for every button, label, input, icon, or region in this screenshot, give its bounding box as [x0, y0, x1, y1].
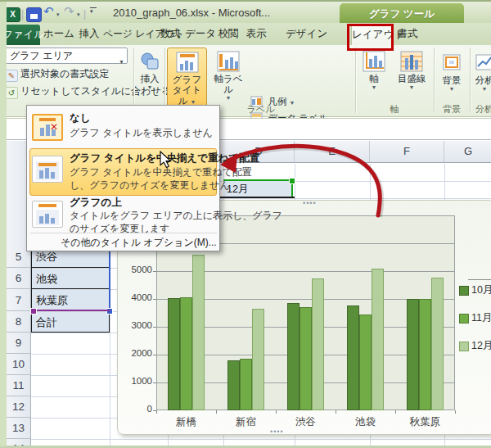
row-header-12[interactable]: 12 [7, 396, 30, 418]
menu-item-above-chart[interactable]: グラフの上 [70, 196, 122, 210]
group-separator [355, 48, 356, 113]
row-header-9[interactable]: 9 [7, 333, 30, 354]
format-selection-icon: ✎ [5, 70, 18, 82]
series-range-handle[interactable] [289, 178, 295, 184]
bar-渋谷-12月[interactable] [312, 278, 324, 410]
column-header-G[interactable]: G [444, 141, 491, 162]
group-separator [434, 48, 435, 113]
tab-view[interactable]: 表示 [242, 24, 270, 44]
group-separator [164, 48, 165, 113]
menu-item-above-chart-desc1: タイトルをグラフ エリアの上に表示し、グラフ [70, 209, 282, 223]
row-header-7[interactable]: 7 [7, 289, 30, 311]
menu-centered-overlay-icon [32, 156, 63, 183]
y-axis-tick [153, 327, 156, 328]
undo-dropdown-icon[interactable]: ▾ [56, 11, 60, 18]
group-separator [133, 48, 134, 113]
chevron-down-icon: ▼ [472, 86, 491, 92]
bar-新橋-11月[interactable] [180, 297, 192, 410]
chart-element-selector[interactable]: グラフ エリア ▼ [5, 48, 128, 64]
tab-design[interactable]: デザイン [286, 24, 327, 44]
gridlines-label: 目盛線 [392, 74, 431, 84]
chart-resize-handle-bottom[interactable]: •••• [270, 430, 284, 433]
x-axis-tick [216, 410, 217, 414]
qat-customize-icon[interactable]: ▾ [90, 7, 97, 15]
bar-新橋-12月[interactable] [192, 255, 205, 410]
cell-a6[interactable]: 池袋 [32, 269, 109, 289]
bar-秋葉原-11月[interactable] [419, 299, 431, 410]
tab-data[interactable]: データ [185, 24, 214, 44]
y-axis-label: 3000 [119, 320, 152, 333]
tab-review[interactable]: 校閲 [214, 24, 242, 44]
column-header-E[interactable]: E [295, 141, 370, 162]
chart-title-label-line1: グラフ [168, 75, 206, 85]
insert-button-label: 挿入 [135, 74, 164, 84]
undo-icon[interactable]: ↶ [43, 4, 54, 19]
x-axis-tick [156, 410, 157, 414]
bar-新宿-10月[interactable] [227, 360, 240, 410]
menu-item-none[interactable]: なし [70, 111, 91, 125]
bar-池袋-12月[interactable] [372, 269, 384, 410]
y-axis-tick [153, 355, 156, 355]
table-border-row [31, 288, 110, 289]
bar-渋谷-11月[interactable] [300, 307, 312, 410]
axes-icon [363, 51, 385, 74]
legend-label-11月[interactable]: 11月 [471, 311, 491, 324]
bar-新橋-10月[interactable] [168, 298, 180, 410]
chart-resize-handle-top[interactable]: •••• [303, 201, 317, 205]
bar-秋葉原-12月[interactable] [431, 278, 444, 410]
analysis-icon [475, 54, 491, 72]
tab-file[interactable]: ファイル [2, 25, 40, 45]
save-icon[interactable] [26, 7, 42, 22]
axis-labels-label: 軸ラベル [209, 74, 247, 95]
format-selection-button[interactable]: ✎選択対象の書式設定 [5, 67, 109, 82]
menu-separator [30, 233, 217, 233]
chevron-down-icon: ▼ [392, 84, 431, 90]
title-bar: X | ↶ ▾ ↷ ▾ | ▾ 2010_graph_06.xlsx - Mic… [0, 2, 491, 23]
cell-d2[interactable]: 12月 [223, 181, 293, 197]
legend-label-12月[interactable]: 12月 [471, 339, 491, 352]
menu-item-more-title-options[interactable]: その他のタイトル オプション(M)... [27, 235, 221, 251]
row-header-13[interactable]: 13 [7, 418, 30, 439]
bar-新宿-11月[interactable] [240, 359, 252, 410]
legend-label-10月[interactable]: 10月 [471, 283, 491, 296]
x-axis-label-秋葉原: 秋葉原 [399, 415, 453, 428]
menu-item-above-chart-desc2: のサイズを変更します [70, 222, 169, 236]
category-range-handle[interactable] [30, 308, 37, 315]
analysis-label: 分析 [472, 75, 491, 86]
cell-a8[interactable]: 合計 [32, 312, 109, 333]
row-header-8[interactable]: 8 [7, 311, 30, 333]
menu-item-centered-overlay[interactable]: グラフ タイトルを中央揃えで重ねて配置 [70, 152, 259, 165]
row-header-10[interactable]: 10 [7, 354, 30, 375]
tab-formulas[interactable]: 数式 [155, 24, 185, 44]
cell-a7[interactable]: 秋葉原 [32, 290, 109, 311]
redo-dropdown-icon[interactable]: ▾ [77, 11, 80, 18]
bar-渋谷-10月[interactable] [287, 303, 300, 410]
column-header-F[interactable]: F [370, 141, 444, 162]
gridlines-icon [400, 51, 423, 74]
tab-format[interactable]: 書式 [393, 24, 422, 44]
background-group-label: 背景 [436, 103, 467, 114]
chart-title-icon [176, 52, 199, 75]
bar-秋葉原-10月[interactable] [407, 299, 419, 410]
background-label: 背景 [436, 75, 467, 86]
bar-池袋-10月[interactable] [347, 305, 359, 410]
bar-池袋-11月[interactable] [359, 315, 372, 410]
axis-labels-icon [217, 51, 240, 74]
legend-swatch-10月 [459, 286, 469, 296]
tab-home[interactable]: ホーム [43, 24, 75, 44]
insert-button[interactable]: 挿入 ▼ [135, 48, 164, 114]
tab-page-layout[interactable]: ページ レイアウト [103, 24, 155, 44]
excel-window: X | ↶ ▾ ↷ ▾ | ▾ 2010_graph_06.xlsx - Mic… [0, 0, 491, 448]
redo-icon[interactable]: ↷ [64, 4, 74, 19]
bar-新宿-12月[interactable] [252, 309, 264, 410]
more-title-options-label: その他のタイトル オプション(M)... [61, 237, 217, 248]
y-axis-label: 4000 [119, 292, 152, 305]
row-header-11[interactable]: 11 [7, 375, 30, 396]
window-title: 2010_graph_06.xlsx - Microsoft... [113, 7, 270, 19]
chevron-down-icon: ▼ [358, 84, 390, 90]
x-axis-label-池袋: 池袋 [339, 415, 393, 428]
x-axis-label-渋谷: 渋谷 [279, 415, 333, 428]
row-header-6[interactable]: 6 [7, 268, 30, 289]
window-left-border [0, 2, 7, 446]
tab-insert[interactable]: 挿入 [75, 24, 103, 44]
